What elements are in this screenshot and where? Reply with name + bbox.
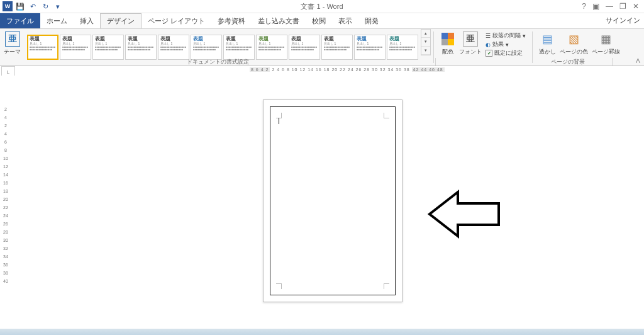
document-canvas[interactable] (11, 76, 644, 329)
v-ruler-tick: 34 (3, 254, 8, 259)
ruler-body: 2 4 6 8 10 12 14 16 18 20 22 24 26 28 30… (272, 67, 409, 72)
document-workspace: 24246810121416182022242628303234363840 (0, 76, 644, 329)
page[interactable] (263, 99, 402, 302)
restore-icon[interactable]: ❐ (619, 2, 626, 11)
tab-review[interactable]: 校閲 (306, 13, 332, 28)
tab-home[interactable]: ホーム (40, 13, 74, 28)
horizontal-ruler[interactable]: 8 6 4 2 2 4 6 8 10 12 14 16 18 20 22 24 … (250, 67, 401, 72)
tab-file[interactable]: ファイル (0, 13, 40, 28)
v-ruler-tick: 20 (3, 197, 8, 202)
tab-view[interactable]: 表示 (332, 13, 358, 28)
gallery-row-down-icon[interactable]: ▾ (421, 38, 430, 46)
title-bar: W 💾 ↶ ↻ ▾ 文書 1 - Word ? ▣ — ❐ ✕ (0, 0, 644, 13)
style-thumb[interactable]: 表題見出し 1■■■■■■■■■■■■■■■■■■■■■■■■■■■■■■■■ (289, 35, 320, 60)
v-ruler-tick: 38 (3, 271, 8, 275)
fonts-label: フォント (459, 48, 482, 56)
tab-insert[interactable]: 挿入 (74, 13, 100, 28)
v-ruler-tick: 26 (3, 222, 8, 226)
v-ruler-tick: 30 (3, 238, 8, 242)
style-thumb[interactable]: 表題見出し 1■■■■■■■■■■■■■■■■■■■■■■■■■■■■■■■■ (27, 35, 58, 60)
page-color-label: ページの色 (560, 48, 588, 56)
colors-button[interactable]: 配色 (440, 31, 455, 56)
style-thumb[interactable]: 表題見出し 1■■■■■■■■■■■■■■■■■■■■■■■■■■■■■■■■ (60, 35, 91, 60)
v-ruler-tick: 14 (3, 173, 8, 177)
effects-label: 効果 (492, 40, 504, 48)
colors-label: 配色 (442, 48, 453, 56)
style-thumb[interactable]: 表題見出し 1■■■■■■■■■■■■■■■■■■■■■■■■■■■■■■■■ (387, 35, 418, 60)
effects-icon: ◐ (486, 42, 491, 48)
gallery-row-up-icon[interactable]: ▴ (421, 30, 430, 38)
tab-mailings[interactable]: 差し込み文書 (252, 13, 306, 28)
save-icon[interactable]: 💾 (15, 1, 25, 11)
minimize-icon[interactable]: — (606, 2, 613, 11)
v-ruler-tick: 28 (3, 230, 8, 234)
tab-references[interactable]: 参考資料 (211, 13, 252, 28)
v-ruler-tick: 2 (4, 123, 7, 128)
margin-mark-bl (276, 283, 282, 289)
ribbon-options-icon[interactable]: ▣ (592, 2, 599, 11)
v-ruler-tick: 10 (3, 156, 8, 161)
v-ruler-tick: 22 (3, 205, 8, 210)
themes-label: テーマ (4, 48, 21, 56)
tab-developer[interactable]: 開発 (358, 13, 385, 28)
ribbon: 亜 テーマ 表題見出し 1■■■■■■■■■■■■■■■■■■■■■■■■■■■… (0, 28, 644, 66)
window-controls: ? ▣ — ❐ ✕ (582, 2, 644, 11)
themes-icon: 亜 (5, 31, 20, 47)
svg-marker-0 (430, 192, 499, 236)
page-borders-icon: ▦ (599, 31, 614, 47)
collapse-ribbon-icon[interactable]: ᐱ (636, 57, 640, 64)
colors-icon (441, 33, 454, 45)
fonts-icon: 亜 (463, 31, 478, 47)
margin-mark-tr (384, 113, 389, 118)
page-borders-button[interactable]: ▦ ページ罫線 (592, 31, 620, 56)
v-ruler-tick: 4 (4, 115, 7, 120)
style-thumb[interactable]: 表題見出し 1■■■■■■■■■■■■■■■■■■■■■■■■■■■■■■■■ (256, 35, 287, 60)
page-borders-label: ページ罫線 (592, 48, 620, 56)
status-bar (0, 329, 644, 335)
ribbon-group-labels: ドキュメントの書式設定 ページの背景 (0, 58, 613, 65)
page-color-button[interactable]: ▧ ページの色 (560, 31, 588, 56)
v-ruler-tick: 24 (3, 213, 8, 218)
arrow-left-icon (426, 186, 502, 242)
close-icon[interactable]: ✕ (633, 2, 639, 11)
watermark-button[interactable]: ▤ 透かし (539, 31, 556, 56)
v-ruler-tick: 12 (3, 164, 8, 169)
qat-customize-icon[interactable]: ▾ (53, 1, 63, 11)
group-label-format: ドキュメントの書式設定 (0, 58, 436, 65)
watermark-label: 透かし (539, 48, 556, 56)
redo-icon[interactable]: ↻ (40, 1, 50, 11)
paragraph-spacing-icon: ☰ (486, 33, 491, 39)
gallery-expand-icon[interactable]: ▾ (421, 47, 430, 55)
v-ruler-tick: 8 (4, 148, 7, 152)
page-border-shape (270, 106, 396, 295)
style-thumb[interactable]: 表題見出し 1■■■■■■■■■■■■■■■■■■■■■■■■■■■■■■■■ (321, 35, 353, 60)
v-ruler-tick: 18 (3, 189, 8, 193)
style-thumb[interactable]: 表題見出し 1■■■■■■■■■■■■■■■■■■■■■■■■■■■■■■■■ (158, 35, 189, 60)
style-thumb[interactable]: 表題見出し 1■■■■■■■■■■■■■■■■■■■■■■■■■■■■■■■■ (191, 35, 222, 60)
v-ruler-tick: 36 (3, 263, 8, 267)
fonts-button[interactable]: 亜 フォント (459, 31, 482, 56)
tab-design[interactable]: デザイン (100, 13, 142, 28)
style-thumb[interactable]: 表題見出し 1■■■■■■■■■■■■■■■■■■■■■■■■■■■■■■■■ (223, 35, 255, 60)
set-default-label: 既定に設定 (494, 49, 523, 57)
style-thumb[interactable]: 表題見出し 1■■■■■■■■■■■■■■■■■■■■■■■■■■■■■■■■ (125, 35, 157, 60)
gallery-more-button[interactable]: ▴ ▾ ▾ (421, 29, 431, 55)
sign-in-link[interactable]: サインイン (606, 16, 640, 25)
help-icon[interactable]: ? (582, 2, 586, 11)
style-thumb[interactable]: 表題見出し 1■■■■■■■■■■■■■■■■■■■■■■■■■■■■■■■■ (354, 35, 386, 60)
v-ruler-tick: 16 (3, 181, 8, 185)
paragraph-spacing-button[interactable]: ☰段落の間隔 ▾ (486, 31, 526, 40)
effects-button[interactable]: ◐効果 ▾ (486, 40, 526, 48)
paragraph-spacing-label: 段落の間隔 (492, 31, 521, 40)
set-default-button[interactable]: ✔既定に設定 (486, 49, 526, 57)
word-app-icon: W (3, 1, 13, 11)
text-cursor (279, 118, 279, 124)
quick-access-toolbar: W 💾 ↶ ↻ ▾ (0, 1, 65, 11)
vertical-ruler[interactable]: 24246810121416182022242628303234363840 (0, 76, 11, 329)
group-label-background: ページの背景 (524, 58, 613, 65)
ruler-right-margin: 42 44 46 48 (412, 67, 445, 72)
style-thumb[interactable]: 表題見出し 1■■■■■■■■■■■■■■■■■■■■■■■■■■■■■■■■ (92, 35, 124, 60)
undo-icon[interactable]: ↶ (28, 1, 38, 11)
tab-page-layout[interactable]: ページ レイアウト (142, 13, 211, 28)
v-ruler-tick: 4 (4, 132, 7, 136)
